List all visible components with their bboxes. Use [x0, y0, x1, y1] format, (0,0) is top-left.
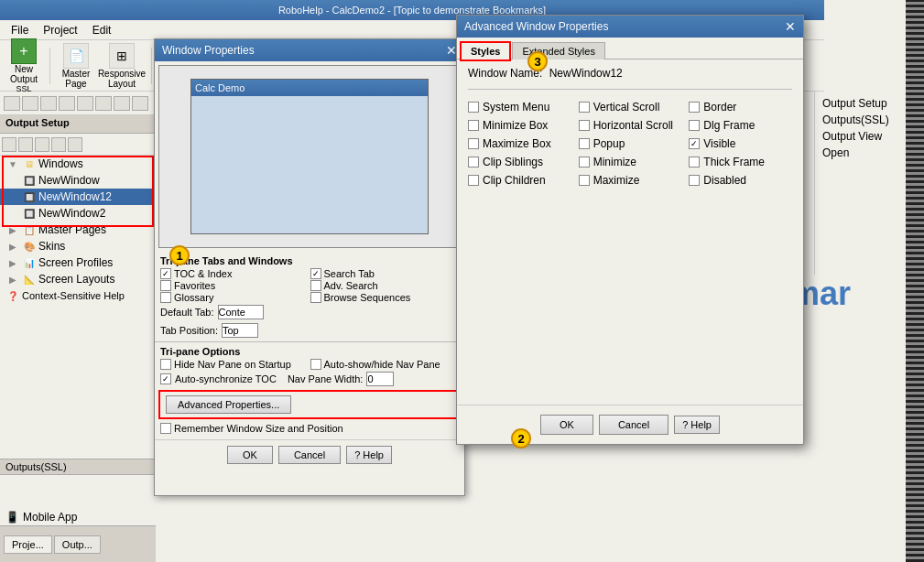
- tab-extended-styles[interactable]: Extended Styles: [512, 42, 605, 59]
- win-props-buttons: OK Cancel ? Help: [155, 439, 464, 470]
- sec-icon-4[interactable]: [59, 96, 75, 111]
- tree-toolbar-icon-3[interactable]: [35, 137, 49, 152]
- thick-frame-checkbox[interactable]: [689, 157, 700, 168]
- horizontal-scroll-checkbox[interactable]: [579, 120, 590, 131]
- preview-title-bar: Calc Demo: [191, 80, 428, 96]
- responsive-layout-button[interactable]: ⊞ Responsive Layout: [98, 41, 146, 91]
- tree-toolbar-icon-5[interactable]: [68, 137, 82, 152]
- tree-master-pages[interactable]: ▶ 📋 Master Pages: [0, 222, 156, 238]
- responsive-layout-label: Responsive Layout: [98, 69, 146, 89]
- mobile-app-item[interactable]: 📱 Mobile App: [0, 509, 156, 525]
- minimize-checkbox[interactable]: [579, 157, 590, 168]
- win-props-ok-button[interactable]: OK: [227, 446, 273, 464]
- nav-width-input[interactable]: [366, 372, 394, 386]
- tree-newwindow2[interactable]: 🔲 NewWindow2: [0, 205, 156, 222]
- style-maximize: Maximize: [579, 174, 682, 187]
- adv-win-help-button[interactable]: ? Help: [674, 416, 720, 434]
- tab-styles[interactable]: Styles: [461, 42, 510, 59]
- new-output-button[interactable]: + New Output SSL: [4, 36, 44, 96]
- window-properties-dialog: Window Properties ✕ Calc Demo Tri-pane T…: [154, 38, 465, 496]
- newwindow2-icon: 🔲: [22, 206, 37, 221]
- glossary-row: Glossary: [160, 292, 310, 303]
- maximize-box-checkbox[interactable]: [468, 138, 479, 149]
- master-page-label: Master Page: [58, 69, 94, 89]
- toc-index-checkbox[interactable]: [160, 268, 171, 279]
- tab-outputs[interactable]: Outp...: [54, 535, 101, 554]
- visible-checkbox[interactable]: [689, 138, 700, 149]
- win-props-titlebar: Window Properties ✕: [155, 39, 464, 61]
- tree-toolbar-icon-1[interactable]: [2, 137, 16, 152]
- master-pages-icon: 📋: [22, 222, 37, 237]
- windows-folder-icon: 🖥: [22, 157, 37, 171]
- dlg-frame-checkbox[interactable]: [689, 120, 700, 131]
- sec-icon-5[interactable]: [77, 96, 93, 111]
- tree-toolbar-icon-4[interactable]: [51, 137, 66, 152]
- sec-icon-6[interactable]: [95, 96, 112, 111]
- menu-edit[interactable]: Edit: [85, 22, 119, 38]
- toolbar-divider2: [151, 48, 152, 84]
- tree-windows[interactable]: ▼ 🖥 Windows: [0, 156, 156, 172]
- favorites-row: Favorites: [160, 280, 310, 291]
- glossary-checkbox[interactable]: [160, 292, 171, 303]
- clip-siblings-checkbox[interactable]: [468, 157, 479, 168]
- popup-checkbox[interactable]: [579, 138, 590, 149]
- win-props-cancel-button[interactable]: Cancel: [278, 446, 341, 464]
- browse-sequences-checkbox[interactable]: [310, 292, 321, 303]
- vertical-scroll-checkbox[interactable]: [579, 102, 590, 113]
- adv-search-checkbox[interactable]: [310, 280, 321, 291]
- master-page-button[interactable]: 📄 Master Page: [56, 41, 96, 91]
- tree-screen-profiles[interactable]: ▶ 📊 Screen Profiles: [0, 254, 156, 271]
- minimize-box-checkbox[interactable]: [468, 120, 479, 131]
- browse-sequences-row: Browse Sequences: [310, 292, 460, 303]
- tab-projects[interactable]: Proje...: [4, 535, 52, 554]
- tree-toolbar-icon-2[interactable]: [18, 137, 33, 152]
- win-props-help-button[interactable]: ? Help: [346, 446, 392, 464]
- adv-divider: [468, 89, 792, 90]
- search-tab-checkbox[interactable]: [310, 268, 321, 279]
- maximize-checkbox[interactable]: [579, 175, 590, 186]
- tab-position-input[interactable]: [222, 323, 258, 338]
- adv-win-close-button[interactable]: ✕: [785, 19, 796, 34]
- adv-tab-bar: Styles Extended Styles: [457, 41, 803, 59]
- remember-size-checkbox[interactable]: [160, 423, 171, 434]
- preview-area: Calc Demo: [158, 65, 461, 248]
- adv-win-ok-button[interactable]: OK: [540, 415, 593, 435]
- clip-children-checkbox[interactable]: [468, 175, 479, 186]
- tree-context-sensitive[interactable]: ❓ Context-Sensitive Help: [0, 287, 156, 304]
- tree-screen-layouts[interactable]: ▶ 📐 Screen Layouts: [0, 271, 156, 287]
- output-setup-header: Output Setup: [0, 115, 156, 134]
- system-menu-checkbox[interactable]: [468, 102, 479, 113]
- windows-group: ▼ 🖥 Windows 🔲 NewWindow 🔲 NewWindow12 🔲 …: [0, 156, 156, 222]
- disabled-checkbox[interactable]: [689, 175, 700, 186]
- style-thick-frame: Thick Frame: [689, 156, 792, 168]
- sec-icon-8[interactable]: [132, 96, 148, 111]
- adv-props-container: Advanced Properties...: [155, 388, 464, 421]
- tripane-checkboxes: TOC & Index Search Tab Favorites Adv. Se…: [155, 268, 464, 303]
- tree-view: ▼ 🖥 Windows 🔲 NewWindow 🔲 NewWindow12 🔲 …: [0, 156, 156, 485]
- style-clip-children: Clip Children: [468, 174, 571, 187]
- responsive-layout-icon: ⊞: [109, 43, 135, 69]
- sec-icon-7[interactable]: [114, 96, 130, 111]
- tab-position-row: Tab Position:: [155, 321, 464, 340]
- advanced-properties-button[interactable]: Advanced Properties...: [166, 395, 291, 414]
- hide-nav-checkbox[interactable]: [160, 359, 171, 370]
- adv-win-cancel-button[interactable]: Cancel: [599, 415, 669, 435]
- tree-newwindow12[interactable]: 🔲 NewWindow12: [0, 189, 156, 205]
- favorites-checkbox[interactable]: [160, 280, 171, 291]
- style-maximize-box: Maximize Box: [468, 137, 571, 150]
- tree-newwindow[interactable]: 🔲 NewWindow: [0, 172, 156, 189]
- auto-show-hide-checkbox[interactable]: [310, 359, 321, 370]
- auto-sync-checkbox[interactable]: [160, 373, 171, 384]
- toolbar-divider1: [49, 48, 50, 84]
- preview-window: Calc Demo: [190, 79, 429, 234]
- sec-icon-3[interactable]: [40, 96, 57, 111]
- screen-profiles-icon: 📊: [22, 255, 37, 270]
- sec-icon-1[interactable]: [4, 96, 20, 111]
- tree-skins[interactable]: ▶ 🎨 Skins: [0, 238, 156, 254]
- default-tab-input[interactable]: [218, 305, 264, 319]
- border-checkbox[interactable]: [689, 102, 700, 113]
- sec-icon-2[interactable]: [22, 96, 38, 111]
- master-page-icon: 📄: [63, 43, 89, 69]
- skins-icon: 🎨: [22, 239, 37, 254]
- win-props-title: Window Properties: [162, 44, 255, 57]
